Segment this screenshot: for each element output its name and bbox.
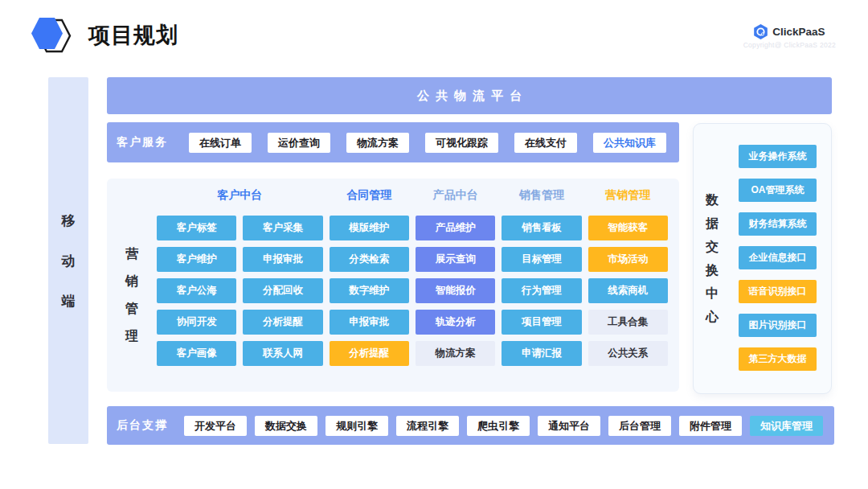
module-cell[interactable]: 公共关系 (588, 341, 668, 366)
module-cell[interactable]: 智能报价 (416, 278, 495, 303)
module-cell[interactable]: 市场活动 (588, 247, 668, 272)
marketing-matrix-panel: 营销管理 客户中台合同管理产品中台销售管理营销管理 客户标签客户采集模版维护产品… (107, 179, 679, 392)
module-cell[interactable]: 目标管理 (502, 247, 581, 272)
data-exchange-items: 业务操作系统OA管理系统财务结算系统企业信息接口语音识别接口图片识别接口第三方大… (739, 145, 817, 371)
hexagon-logo-icon (29, 16, 72, 55)
mobile-side-label: 移动端 (62, 212, 76, 310)
matrix-column-header: 合同管理 (330, 188, 409, 203)
module-cell[interactable]: 线索商机 (588, 278, 668, 303)
brand-block: ClickPaaS Copyright@ ClickPaaS 2022 (743, 24, 836, 49)
data-exchange-cell[interactable]: 语音识别接口 (739, 280, 817, 303)
data-exchange-cell[interactable]: 图片识别接口 (739, 314, 817, 337)
backend-chip[interactable]: 规则引擎 (326, 416, 388, 436)
module-cell[interactable]: 客户公海 (157, 278, 236, 303)
backend-chip[interactable]: 数据交换 (255, 416, 317, 436)
data-exchange-cell[interactable]: 财务结算系统 (739, 212, 817, 236)
module-cell[interactable]: 客户标签 (157, 216, 236, 240)
module-cell[interactable]: 分析提醒 (330, 341, 409, 366)
brand-name: ClickPaaS (772, 26, 825, 38)
module-cell[interactable]: 协同开发 (157, 310, 236, 335)
matrix-grid: 客户标签客户采集模版维护产品维护销售看板智能获客客户维护申报审批分类检索展示查询… (157, 216, 668, 366)
brand-copyright: Copyright@ ClickPaaS 2022 (743, 41, 836, 49)
data-exchange-cell[interactable]: 第三方大数据 (739, 347, 817, 371)
customer-service-label: 客户服务 (117, 135, 168, 150)
backend-chip[interactable]: 附件管理 (679, 416, 742, 436)
backend-chip[interactable]: 开发平台 (184, 416, 247, 436)
backend-chip[interactable]: 流程引擎 (396, 416, 459, 436)
module-cell[interactable]: 申请汇报 (502, 341, 581, 366)
module-cell[interactable]: 物流方案 (416, 341, 495, 366)
module-cell[interactable]: 轨迹分析 (416, 310, 495, 335)
data-exchange-panel: 数据交换中心 业务操作系统OA管理系统财务结算系统企业信息接口语音识别接口图片识… (693, 123, 832, 394)
customer-service-chip[interactable]: 在线支付 (514, 133, 577, 153)
marketing-side-label-wrap: 营销管理 (125, 246, 138, 345)
page: 项目规划 ClickPaaS Copyright@ ClickPaaS 2022… (0, 0, 868, 489)
marketing-side-label: 营销管理 (125, 246, 138, 345)
module-cell[interactable]: 申报审批 (330, 310, 409, 335)
module-cell[interactable]: 展示查询 (416, 247, 495, 272)
matrix-column-header: 销售管理 (502, 188, 581, 203)
data-exchange-cell[interactable]: 业务操作系统 (739, 145, 817, 168)
data-exchange-label: 数据交换中心 (706, 192, 719, 326)
module-cell[interactable]: 申报审批 (243, 247, 322, 272)
matrix-headers: 客户中台合同管理产品中台销售管理营销管理 (157, 188, 668, 203)
module-cell[interactable]: 行为管理 (502, 278, 581, 303)
module-cell[interactable]: 分配回收 (243, 278, 322, 303)
data-exchange-label-wrap: 数据交换中心 (706, 192, 719, 326)
backend-chip[interactable]: 知识库管理 (750, 416, 823, 436)
customer-service-chip[interactable]: 物流方案 (346, 133, 409, 153)
matrix-column-header: 营销管理 (588, 188, 668, 203)
matrix-column-header: 产品中台 (416, 188, 495, 203)
page-title: 项目规划 (88, 21, 178, 50)
data-exchange-cell[interactable]: OA管理系统 (739, 179, 817, 202)
module-cell[interactable]: 客户画像 (157, 341, 236, 366)
clickpaas-hexagon-icon (754, 24, 768, 39)
banner-title-bar: 公共物流平台 (107, 77, 832, 114)
module-cell[interactable]: 分析提醒 (243, 310, 322, 335)
data-exchange-cell[interactable]: 企业信息接口 (739, 246, 817, 269)
backend-chip[interactable]: 爬虫引擎 (467, 416, 530, 436)
customer-service-chip[interactable]: 运价查询 (268, 133, 330, 153)
matrix-column-header: 客户中台 (157, 188, 323, 203)
module-cell[interactable]: 产品维护 (416, 216, 495, 240)
customer-service-chip[interactable]: 可视化跟踪 (425, 133, 498, 153)
backend-chip[interactable]: 后台管理 (608, 416, 671, 436)
module-cell[interactable]: 分类检索 (330, 247, 409, 272)
backend-support-label: 后台支撑 (117, 418, 168, 433)
module-cell[interactable]: 数字维护 (330, 278, 409, 303)
backend-chip[interactable]: 通知平台 (538, 416, 600, 436)
module-cell[interactable]: 销售看板 (502, 216, 581, 240)
module-cell[interactable]: 模版维护 (330, 216, 409, 240)
module-cell[interactable]: 客户维护 (157, 247, 236, 272)
module-cell[interactable]: 联系人网 (243, 341, 322, 366)
module-cell[interactable]: 智能获客 (588, 216, 668, 240)
module-cell[interactable]: 客户采集 (243, 216, 322, 240)
mobile-side-bar: 移动端 (48, 77, 88, 444)
customer-service-items: 在线订单运价查询物流方案可视化跟踪在线支付公共知识库 (189, 133, 666, 153)
customer-service-bar: 客户服务 在线订单运价查询物流方案可视化跟踪在线支付公共知识库 (107, 122, 679, 162)
module-cell[interactable]: 工具合集 (588, 310, 668, 335)
customer-service-chip[interactable]: 公共知识库 (593, 133, 666, 153)
backend-support-bar: 后台支撑 开发平台数据交换规则引擎流程引擎爬虫引擎通知平台后台管理附件管理知识库… (107, 406, 834, 445)
app-title-block: 项目规划 (29, 16, 178, 55)
module-cell[interactable]: 项目管理 (502, 310, 581, 335)
customer-service-chip[interactable]: 在线订单 (189, 133, 252, 153)
backend-support-items: 开发平台数据交换规则引擎流程引擎爬虫引擎通知平台后台管理附件管理知识库管理 (184, 416, 823, 436)
banner-title: 公共物流平台 (411, 88, 528, 104)
